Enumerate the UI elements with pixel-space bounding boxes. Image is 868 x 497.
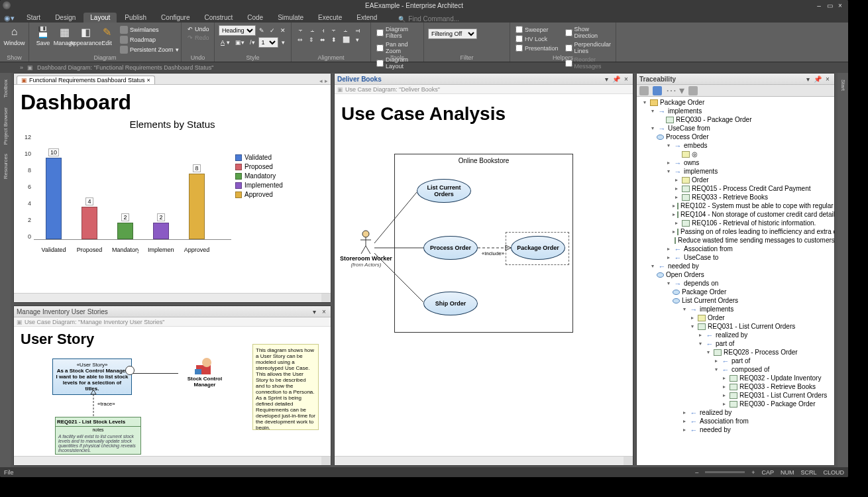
tree-node[interactable]: Reduce wasted time sending messages to c… <box>638 236 833 245</box>
tree-node[interactable]: ▾→UseCase from <box>638 124 833 133</box>
tree-node[interactable]: ▸REQ033 - Retrieve Books <box>638 382 833 391</box>
panel-close-icon[interactable]: × <box>320 308 328 315</box>
align-right-button[interactable]: ⫞ <box>319 27 327 34</box>
same-h-button[interactable]: ⬍ <box>329 36 339 44</box>
user-story-element[interactable]: «User Story» As a Stock Control Manager … <box>52 359 132 395</box>
show-direction-check[interactable]: Show Direction <box>564 25 613 40</box>
tree-node[interactable]: ▸REQ031 - List Current Orders <box>638 391 833 400</box>
align-top-button[interactable]: ⫟ <box>329 27 339 34</box>
align-left-button[interactable]: ⫟ <box>296 27 305 34</box>
status-file[interactable]: File <box>4 469 14 476</box>
tab-start[interactable]: Start <box>840 77 847 93</box>
pan-zoom-check[interactable]: Pan and Zoom <box>375 40 419 55</box>
menu-tab-design[interactable]: Design <box>48 13 82 23</box>
close-tab-icon[interactable]: × <box>147 77 150 83</box>
persistent-zoom-button[interactable]: Persistent Zoom ▾ <box>118 45 181 54</box>
edit-button[interactable]: ✎Edit <box>97 24 117 48</box>
diagram-filters-check[interactable]: Diagram Filters <box>375 25 419 40</box>
line-color-button[interactable]: /▾ <box>248 37 257 48</box>
style-more-button[interactable]: ▾ <box>280 37 287 48</box>
tree-node[interactable]: ▸REQ102 - System must be able to cope wi… <box>638 201 833 210</box>
panel-pin-icon[interactable]: 📌 <box>814 76 822 83</box>
tree-node[interactable]: ▾Package Order <box>638 98 833 107</box>
panel-menu-icon[interactable]: ▾ <box>310 308 318 315</box>
same-size-button[interactable]: ⬜ <box>341 36 352 44</box>
tree-node[interactable]: ▾List Current Orders <box>638 296 833 305</box>
tree-node[interactable]: ▾REQ031 - List Current Orders <box>638 322 833 331</box>
h-scrollbar[interactable] <box>14 457 321 465</box>
tree-node[interactable]: ◎ <box>638 150 833 158</box>
tree-node[interactable]: ▸Passing on of roles leading to ineffici… <box>638 227 833 236</box>
menu-tab-extend[interactable]: Extend <box>350 13 384 23</box>
sweeper-check[interactable]: Sweeper <box>514 25 560 34</box>
menu-tab-construct[interactable]: Construct <box>197 13 239 23</box>
tab-resources[interactable]: Resources <box>2 151 9 182</box>
note-element[interactable]: This diagram shows how a User Story can … <box>252 344 319 430</box>
dashboard-tab[interactable]: ▣Functional Requirements Dashboard Statu… <box>17 76 155 84</box>
dist-h-button[interactable]: ⇔ <box>296 36 305 44</box>
space-button[interactable]: ▾ <box>354 36 361 44</box>
line-width-select[interactable]: 1 <box>258 37 278 48</box>
tab-toolbox[interactable]: Toolbox <box>2 77 9 101</box>
maximize-button[interactable]: ▭ <box>824 2 835 9</box>
tree-node[interactable]: ▸←realized by <box>638 331 833 339</box>
menu-tab-configure[interactable]: Configure <box>154 13 196 23</box>
perp-lines-check[interactable]: Perpendicular Lines <box>564 40 613 55</box>
tree-node[interactable]: ▸→owns <box>638 158 833 167</box>
panel-menu-icon[interactable]: ▾ <box>602 76 610 83</box>
minimize-button[interactable]: – <box>814 2 824 9</box>
trace-save-button[interactable] <box>688 86 698 95</box>
roadmap-button[interactable]: Roadmap <box>118 35 181 44</box>
redo-button[interactable]: ↷ Redo <box>186 34 210 42</box>
tree-node[interactable]: ▸←realized by <box>638 408 833 417</box>
tree-node[interactable]: ▸←needed by <box>638 425 833 434</box>
align-center-button[interactable]: ⫠ <box>307 27 317 34</box>
presentation-check[interactable]: Presentation <box>514 44 560 52</box>
tree-node[interactable]: ▾Open Orders <box>638 270 833 279</box>
tree-node[interactable]: ▾←composed of <box>638 365 833 374</box>
menu-tab-execute[interactable]: Execute <box>311 13 349 23</box>
window-button[interactable]: ⌂Window <box>4 24 25 48</box>
undo-button[interactable]: ↶ Undo <box>186 25 210 33</box>
style-pick-button[interactable]: ✎ <box>257 25 266 36</box>
align-middle-button[interactable]: ⫠ <box>341 27 351 34</box>
trace-options-button[interactable]: ⋯ ▾ <box>666 84 684 97</box>
style-clear-button[interactable]: ✕ <box>278 25 288 36</box>
tree-node[interactable]: ▸REQ104 - Non storage of customer credit… <box>638 210 833 219</box>
tree-node[interactable]: ▸←Association from <box>638 417 833 425</box>
same-w-button[interactable]: ⬌ <box>318 36 327 44</box>
tree-node[interactable]: ▾→implements <box>638 167 833 176</box>
h-scrollbar[interactable] <box>14 294 321 302</box>
menu-tab-simulate[interactable]: Simulate <box>271 13 310 23</box>
zoom-in-button[interactable]: + <box>751 469 755 476</box>
uc-process-order[interactable]: Process Order <box>423 236 478 260</box>
zoom-out-button[interactable]: – <box>695 469 698 476</box>
menu-tab-layout[interactable]: Layout <box>83 13 117 23</box>
tree-node[interactable]: ▸Order <box>638 176 833 184</box>
appearance-button[interactable]: ◧Appearance <box>76 24 95 48</box>
tree-node[interactable]: ▸←part of <box>638 357 833 365</box>
close-button[interactable]: × <box>835 2 845 9</box>
tree-node[interactable]: ▸←UseCase to <box>638 253 833 262</box>
tree-node[interactable]: ▸REQ030 - Package Order <box>638 400 833 408</box>
tree-node[interactable]: ▾REQ028 - Process Order <box>638 348 833 357</box>
tree-node[interactable]: ▸Package Order <box>638 288 833 296</box>
tree-node[interactable]: ▸←Association from <box>638 245 833 253</box>
tabstrip-nav[interactable]: ◂ ▸ <box>319 78 328 84</box>
tree-node[interactable]: ▾→implements <box>638 305 833 313</box>
actor-element[interactable]: Storeroom Worker (from Actors) <box>340 230 392 268</box>
swimlanes-button[interactable]: Swimlanes <box>118 25 181 34</box>
h-scrollbar[interactable] <box>335 457 624 465</box>
trace-locate-button[interactable] <box>653 86 662 95</box>
fill-color-button[interactable]: ▣▾ <box>233 37 246 48</box>
tree-node[interactable]: ▸REQ032 - Update Inventory <box>638 374 833 382</box>
zoom-slider[interactable] <box>705 471 745 473</box>
panel-pin-icon[interactable]: 📌 <box>612 76 620 83</box>
panel-close-icon[interactable]: × <box>824 76 832 83</box>
menu-tab-publish[interactable]: Publish <box>118 13 153 23</box>
uc-list-orders[interactable]: List Current Orders <box>417 179 471 203</box>
save-button[interactable]: 💾Save <box>33 24 53 48</box>
persona-element[interactable]: Stock Control Manager <box>185 356 225 388</box>
panel-menu-icon[interactable]: ▾ <box>804 76 812 83</box>
tree-node[interactable]: ▸REQ033 - Retrieve Books <box>638 193 833 201</box>
